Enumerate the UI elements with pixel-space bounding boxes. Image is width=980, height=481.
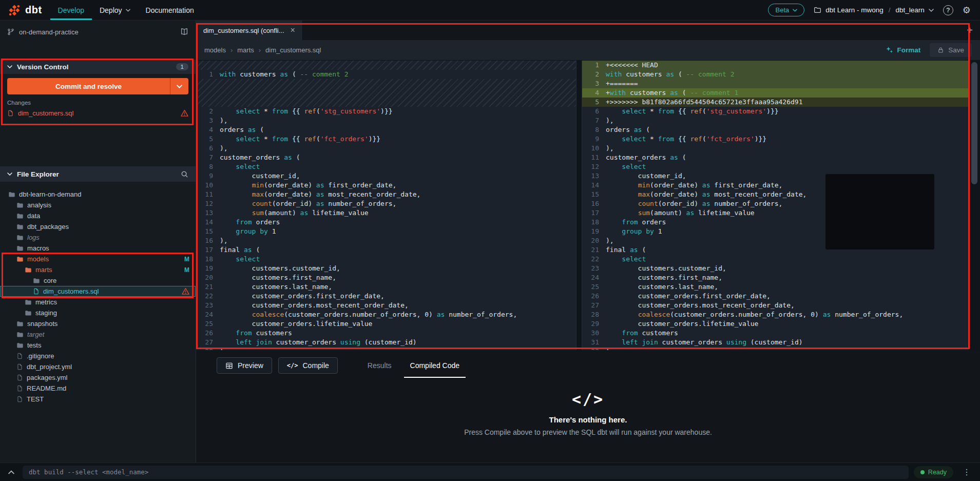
code-line-18[interactable]: 18 select: [196, 255, 576, 264]
code-line-9[interactable]: 9 customer_id,: [196, 171, 576, 181]
code-line-25[interactable]: 25 customers.last_name,: [582, 282, 969, 292]
tree-item-readme-md[interactable]: README.md: [0, 383, 196, 394]
code-line-11[interactable]: 11customer_orders as (: [582, 153, 969, 162]
code-line-5[interactable]: 5 select * from {{ ref('fct_orders')}}: [196, 134, 576, 144]
help-icon[interactable]: ?: [943, 5, 953, 15]
branch-selector[interactable]: on-demand-practice: [0, 21, 196, 43]
nav-develop[interactable]: Develop: [50, 0, 92, 20]
save-button[interactable]: Save: [930, 43, 972, 57]
tree-item-test[interactable]: TEST: [0, 394, 196, 405]
code-line-4[interactable]: 4orders as (: [196, 125, 576, 134]
code-line-17[interactable]: 17final as (: [196, 245, 576, 255]
gear-icon[interactable]: ⚙: [963, 6, 971, 15]
docs-book-icon[interactable]: [180, 28, 188, 36]
tree-item-marts[interactable]: martsM: [0, 264, 196, 275]
code-line-29[interactable]: 29 customer_orders.lifetime_value: [582, 319, 969, 329]
tab-dim-customers-sql[interactable]: dim_customers.sql (confli... ×: [196, 21, 303, 40]
code-line-10[interactable]: 10 min(order_date) as first_order_date,: [196, 181, 576, 190]
breadcrumb-marts[interactable]: marts: [237, 46, 254, 54]
tree-item-data[interactable]: data: [0, 210, 196, 221]
code-line-28[interactable]: 28): [196, 347, 576, 350]
code-line-1[interactable]: 1+<<<<<<< HEAD: [582, 61, 969, 70]
code-line-6[interactable]: 6 select * from {{ ref('stg_customers')}…: [582, 107, 969, 116]
code-line-23[interactable]: 23 customers.customer_id,: [582, 264, 969, 273]
tree-item-snapshots[interactable]: snapshots: [0, 318, 196, 329]
chevron-up-icon[interactable]: [5, 470, 17, 474]
code-line-27[interactable]: 27 customer_orders.most_recent_order_dat…: [582, 301, 969, 310]
code-line-26[interactable]: 26 customer_orders.first_order_date,: [582, 292, 969, 301]
code-line-7[interactable]: 7),: [582, 116, 969, 125]
code-line-3[interactable]: 3+=======: [582, 79, 969, 88]
code-line-12[interactable]: 12 select: [582, 162, 969, 171]
code-line-21[interactable]: 21 customers.last_name,: [196, 282, 576, 292]
tree-item-dbt-project-yml[interactable]: dbt_project.yml: [0, 361, 196, 372]
editor-pane-incoming[interactable]: 1+<<<<<<< HEAD2with customers as ( -- co…: [582, 61, 969, 350]
tree-item-metrics[interactable]: metrics: [0, 297, 196, 307]
code-line-19[interactable]: 19 customers.customer_id,: [196, 264, 576, 273]
scrollbar-thumb[interactable]: [971, 62, 977, 184]
tree-item-logs[interactable]: logs: [0, 232, 196, 243]
format-button[interactable]: Format: [886, 46, 920, 54]
code-line-16[interactable]: 16),: [196, 236, 576, 245]
code-line-27[interactable]: 27 left join customer_orders using (cust…: [196, 338, 576, 347]
code-line-3[interactable]: 3),: [196, 116, 576, 125]
code-line-9[interactable]: 9 select * from {{ ref('fct_orders')}}: [582, 134, 969, 144]
code-line-15[interactable]: 15 group by 1: [196, 227, 576, 236]
command-input[interactable]: dbt build --select <model_name>: [23, 466, 909, 479]
tree-item-staging[interactable]: staging: [0, 307, 196, 318]
tree-item-core[interactable]: core: [0, 275, 196, 286]
code-line-11[interactable]: 11 max(order_date) as most_recent_order_…: [196, 190, 576, 199]
tree-item-models[interactable]: modelsM: [0, 254, 196, 264]
tree-item-analysis[interactable]: analysis: [0, 200, 196, 210]
code-line-12[interactable]: 12 count(order_id) as number_of_orders,: [196, 199, 576, 208]
commit-options-chevron[interactable]: [170, 78, 188, 94]
code-line-5[interactable]: 5+>>>>>>> b81f802a66fd544504c65721e3ffaa…: [582, 98, 969, 107]
compile-button[interactable]: </> Compile: [278, 357, 338, 374]
code-line-28[interactable]: 28 coalesce(customer_orders.number_of_or…: [582, 310, 969, 319]
code-line-32[interactable]: 32): [582, 347, 969, 350]
tree-item-target[interactable]: target: [0, 329, 196, 340]
code-line-8[interactable]: 8 select: [196, 162, 576, 171]
commit-and-resolve-button[interactable]: Commit and resolve: [7, 78, 188, 94]
editor-pane-current[interactable]: 1with customers as ( -- comment 22 selec…: [196, 61, 576, 350]
code-line-2[interactable]: 2with customers as ( -- comment 2: [582, 70, 969, 79]
tab-compiled-code[interactable]: Compiled Code: [401, 355, 469, 376]
code-line-13[interactable]: 13 sum(amount) as lifetime_value: [196, 208, 576, 218]
code-line-24[interactable]: 24 coalesce(customer_orders.number_of_or…: [196, 310, 576, 319]
code-line-26[interactable]: 26 from customers: [196, 329, 576, 338]
code-line-22[interactable]: 22 customer_orders.first_order_date,: [196, 292, 576, 301]
editor-scrollbar[interactable]: [969, 61, 980, 350]
kebab-menu-icon[interactable]: ⋮: [958, 467, 975, 477]
code-line-30[interactable]: 30 from customers: [582, 329, 969, 338]
tree-item-macros[interactable]: macros: [0, 243, 196, 254]
code-line-23[interactable]: 23 customer_orders.most_recent_order_dat…: [196, 301, 576, 310]
search-icon[interactable]: [181, 170, 188, 178]
nav-documentation[interactable]: Documentation: [138, 0, 202, 20]
new-tab-button[interactable]: +: [959, 21, 980, 40]
code-line-25[interactable]: 25 customer_orders.lifetime_value: [196, 319, 576, 329]
tab-results[interactable]: Results: [358, 355, 401, 376]
breadcrumb-models[interactable]: models: [204, 46, 226, 54]
code-line-22[interactable]: 22 select: [582, 255, 969, 264]
tree-item-dbt-packages[interactable]: dbt_packages: [0, 221, 196, 232]
close-icon[interactable]: ×: [291, 26, 295, 34]
breadcrumb-dim-customers-sql[interactable]: dim_customers.sql: [265, 46, 321, 54]
code-line-10[interactable]: 10),: [582, 144, 969, 153]
preview-button[interactable]: Preview: [217, 357, 272, 374]
project-selector[interactable]: dbt Learn - mwong / dbt_learn: [814, 6, 934, 14]
code-line-6[interactable]: 6),: [196, 144, 576, 153]
tree-item-packages-yml[interactable]: packages.yml: [0, 372, 196, 383]
tree-item-dbt-learn-on-demand[interactable]: dbt-learn-on-demand: [0, 189, 196, 200]
code-line-24[interactable]: 24 customers.first_name,: [582, 273, 969, 282]
tree-item-tests[interactable]: tests: [0, 340, 196, 351]
version-control-header[interactable]: Version Control 1: [0, 60, 196, 74]
dbt-logo[interactable]: dbt: [0, 0, 50, 20]
code-line-14[interactable]: 14 from orders: [196, 218, 576, 227]
changed-file-dim-customers-sql[interactable]: dim_customers.sql: [0, 107, 196, 119]
code-line-8[interactable]: 8orders as (: [582, 125, 969, 134]
tree-item-dim-customers-sql[interactable]: dim_customers.sql: [0, 286, 196, 297]
nav-deploy[interactable]: Deploy: [92, 0, 138, 20]
code-line-31[interactable]: 31 left join customer_orders using (cust…: [582, 338, 969, 347]
file-explorer-header[interactable]: File Explorer: [0, 166, 196, 182]
code-line-20[interactable]: 20 customers.first_name,: [196, 273, 576, 282]
